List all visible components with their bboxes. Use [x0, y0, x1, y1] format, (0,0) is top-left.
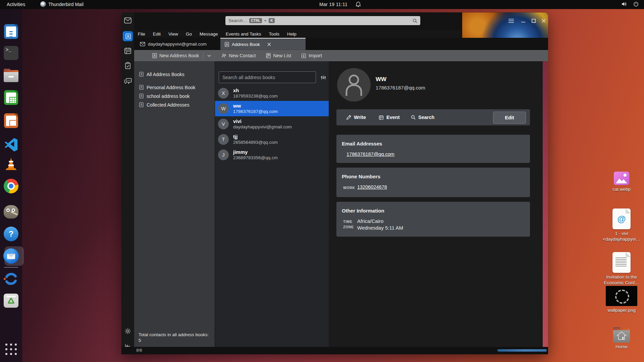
menu-edit[interactable]: Edit — [152, 31, 161, 37]
tab-mail-account[interactable]: daydayhappyvivi@gmail.com — [136, 38, 220, 50]
sidebar-item-collected-addresses[interactable]: Collected Addresses — [134, 100, 215, 109]
calendar-space-button[interactable] — [124, 47, 132, 55]
display-options-button[interactable] — [320, 74, 327, 81]
menu-help[interactable]: Help — [286, 31, 297, 37]
contact-row-xh[interactable]: X xh 1879593238@qq.com — [215, 85, 329, 101]
phone-link[interactable]: 13206024678 — [357, 184, 387, 190]
desktop-icon-wallpaper-png[interactable]: wallpaper.png — [600, 286, 643, 313]
settings-gear-icon[interactable] — [124, 327, 132, 335]
dock-show-applications[interactable] — [3, 341, 19, 357]
contact-photo-placeholder — [337, 68, 371, 102]
dock-thunderbird[interactable] — [3, 248, 19, 264]
mail-space-button[interactable] — [124, 16, 132, 24]
chat-space-button[interactable] — [124, 77, 132, 85]
sidebar-item-personal-address-book[interactable]: Personal Address Book — [134, 83, 215, 92]
address-book-space-button[interactable] — [123, 31, 133, 41]
button-label: Write — [354, 115, 366, 120]
avatar: V — [218, 119, 229, 129]
desktop-icon-cat-webp[interactable]: cat.webp — [600, 172, 643, 192]
global-search-box[interactable]: Search… CTRL + K — [225, 16, 420, 25]
dock-terminal[interactable]: >_ — [3, 45, 19, 61]
contact-row-jimmy[interactable]: J jimmy 23689783356@qq.cm — [215, 147, 329, 163]
menu-view[interactable]: View — [168, 31, 179, 37]
maximize-button[interactable] — [530, 17, 538, 25]
button-label: New Address Book — [159, 53, 199, 58]
desktop-icon-label: cat.webp — [612, 187, 631, 192]
timezone-local-time: Wednesday 5:11 AM — [357, 225, 403, 231]
contact-row-tjj[interactable]: T tjj 2658564893@qq.com — [215, 132, 329, 147]
kbd-plus: + — [264, 18, 267, 23]
clock[interactable]: Mar 19 11:11 — [319, 2, 347, 7]
dock-trash[interactable] — [3, 293, 19, 309]
focused-app-indicator[interactable]: Thunderbird Mail — [40, 1, 84, 7]
new-list-button[interactable]: New List — [263, 52, 294, 60]
tab-close-icon[interactable] — [267, 43, 271, 46]
avatar: W — [218, 103, 229, 114]
power-icon[interactable] — [633, 1, 639, 7]
menu-file[interactable]: File — [137, 31, 146, 37]
thunderbird-icon — [3, 248, 19, 264]
menu-events-and-tasks[interactable]: Events and Tasks — [225, 31, 262, 37]
desktop-icon-label: 1 - vivi <daydayhappyvi… — [600, 231, 643, 242]
gnome-top-bar: Activities Thunderbird Mail Mar 19 11:11 — [0, 0, 644, 9]
dock-chrome[interactable] — [3, 178, 19, 194]
search-action-button[interactable]: Search — [411, 109, 434, 125]
dock-libreoffice-writer[interactable] — [3, 23, 19, 40]
libreoffice-impress-icon — [4, 113, 18, 128]
button-label: Search — [418, 115, 434, 120]
libreoffice-calc-icon — [4, 90, 18, 105]
minimize-button[interactable] — [519, 17, 527, 25]
trash-icon — [4, 294, 18, 308]
email-link[interactable]: 1786376187@qq.com — [346, 152, 394, 157]
dock-gimp[interactable] — [3, 203, 19, 219]
address-book-icon — [139, 94, 144, 99]
new-address-book-dropdown[interactable] — [205, 53, 214, 58]
sidebar-item-school-address-book[interactable]: school address book — [134, 92, 215, 101]
dock-libreoffice-calc[interactable] — [3, 89, 19, 106]
button-label: Import — [309, 53, 322, 58]
desktop-icon-label: Home — [615, 344, 628, 350]
dock-software-updater[interactable] — [3, 271, 19, 287]
address-book-icon — [139, 102, 144, 107]
import-button[interactable]: Import — [299, 52, 325, 60]
activities-button[interactable]: Activities — [5, 2, 26, 7]
event-button[interactable]: Event — [379, 109, 400, 125]
edit-button[interactable]: Edit — [493, 112, 526, 124]
desktop-icon-vivi-email[interactable]: @ 1 - vivi <daydayhappyvi… — [600, 208, 643, 242]
vscode-icon — [4, 137, 18, 152]
desktop-icon-label: wallpaper.png — [607, 308, 635, 313]
contact-row-ww-selected[interactable]: W ww 1786376187@qq.com — [215, 101, 329, 116]
section-title: Other Information — [342, 208, 384, 214]
app-menu-button[interactable] — [507, 17, 515, 25]
status-signal-icon: ((o)) — [136, 348, 142, 352]
contacts-search-input[interactable] — [219, 71, 316, 83]
contact-email: 1786376187@qq.com — [233, 109, 278, 114]
tasks-space-button[interactable] — [124, 62, 132, 70]
write-button[interactable]: Write — [346, 109, 366, 125]
focused-app-name: Thunderbird Mail — [48, 2, 84, 7]
menu-message[interactable]: Message — [199, 31, 219, 37]
desktop-icon-home[interactable]: Home — [600, 326, 643, 350]
desktop-icon-label: Invitation to the Economic Conf… — [600, 275, 643, 286]
sidebar-item-label: Collected Addresses — [147, 102, 190, 108]
dock-vscode[interactable] — [3, 136, 19, 152]
dock-help[interactable]: ? — [3, 226, 19, 242]
new-address-book-button[interactable]: New Address Book — [149, 52, 202, 60]
dock-files[interactable] — [3, 67, 19, 83]
menu-tools[interactable]: Tools — [268, 31, 280, 37]
contact-name: vivi — [233, 118, 292, 124]
desktop-icon-invitation-doc[interactable]: Invitation to the Economic Conf… — [600, 252, 643, 286]
menu-go[interactable]: Go — [185, 31, 193, 37]
contact-row-vivi[interactable]: V vivi daydayhappyvivi@gmail.com — [215, 116, 329, 132]
dock-libreoffice-impress[interactable] — [3, 113, 19, 129]
close-button[interactable] — [540, 17, 548, 25]
horizontal-scrollbar-thumb[interactable] — [497, 349, 547, 352]
kbd-k: K — [269, 18, 275, 23]
tab-address-book[interactable]: Address Book — [220, 38, 306, 50]
notification-bell-icon[interactable] — [356, 1, 361, 7]
sidebar-item-all-address-books[interactable]: All Address Books — [134, 70, 215, 79]
dock-vlc[interactable] — [3, 156, 19, 172]
address-book-tab-icon — [224, 42, 229, 47]
volume-icon[interactable] — [621, 1, 627, 7]
new-contact-button[interactable]: New Contact — [218, 52, 258, 60]
